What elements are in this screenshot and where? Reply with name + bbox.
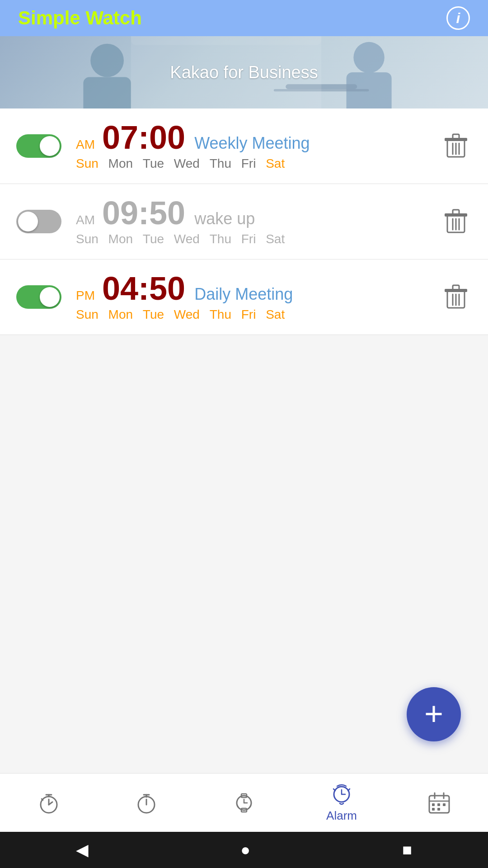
alarm-time-row-2: 09:50 wake up (102, 197, 255, 229)
alarm-item: PM 04:50 Daily Meeting Sun Mon Tue Wed T… (0, 259, 488, 335)
recents-button[interactable]: ■ (402, 840, 412, 859)
plus-icon: + (424, 697, 443, 730)
day-mon-3: Mon (108, 307, 133, 321)
alarm-toggle-1[interactable] (16, 134, 61, 158)
svg-rect-54 (437, 808, 440, 811)
day-fri-3: Fri (241, 307, 256, 321)
toggle-switch-3[interactable] (16, 285, 61, 309)
alarm-label-3: Daily Meeting (194, 285, 293, 304)
info-button[interactable]: i (446, 6, 470, 30)
android-navigation-bar: ◀ ● ■ (0, 832, 488, 868)
toggle-knob-1 (40, 136, 60, 156)
calendar-icon (427, 791, 451, 815)
day-thu-2: Thu (210, 232, 231, 246)
alarm-info-1: AM 07:00 Weekly Meeting Sun Mon Tue Wed … (76, 121, 440, 171)
home-button[interactable]: ● (240, 840, 250, 859)
toggle-switch-2[interactable] (16, 210, 61, 233)
day-wed-3: Wed (174, 307, 200, 321)
toggle-switch-1[interactable] (16, 134, 61, 158)
day-sun-3: Sun (76, 307, 99, 321)
day-thu-3: Thu (210, 307, 231, 321)
nav-item-watch[interactable] (203, 791, 285, 815)
alarm-info-3: PM 04:50 Daily Meeting Sun Mon Tue Wed T… (76, 272, 440, 322)
alarm-time-row-1: 07:00 Weekly Meeting (102, 121, 310, 154)
day-mon-1: Mon (108, 156, 133, 170)
svg-rect-7 (131, 36, 321, 45)
day-tue-2: Tue (143, 232, 164, 246)
alarm-days-1: Sun Mon Tue Wed Thu Fri Sat (76, 156, 440, 171)
delete-button-1[interactable] (440, 130, 472, 162)
nav-item-calendar[interactable] (399, 791, 480, 815)
empty-area (0, 335, 488, 742)
timer-icon (37, 791, 61, 815)
nav-item-stopwatch[interactable] (106, 791, 187, 815)
header: Simple Watch i (0, 0, 488, 36)
toggle-knob-2 (18, 212, 38, 231)
alarm-toggle-2[interactable] (16, 210, 61, 233)
day-wed-2: Wed (174, 232, 200, 246)
alarm-time-3: 04:50 (102, 272, 185, 305)
alarm-item: AM 09:50 wake up Sun Mon Tue Wed Thu Fri… (0, 184, 488, 259)
nav-label-alarm: Alarm (326, 809, 357, 823)
stopwatch-icon (135, 791, 158, 815)
day-wed-1: Wed (174, 156, 200, 170)
banner: Kakao for Business (0, 36, 488, 108)
alarm-icon (330, 783, 353, 806)
day-tue-3: Tue (143, 307, 164, 321)
nav-item-timer[interactable] (8, 791, 89, 815)
day-thu-1: Thu (210, 156, 231, 170)
svg-line-45 (348, 789, 350, 791)
alarm-info-2: AM 09:50 wake up Sun Mon Tue Wed Thu Fri… (76, 197, 440, 246)
day-tue-1: Tue (143, 156, 164, 170)
svg-rect-53 (432, 808, 435, 811)
svg-rect-51 (437, 803, 440, 806)
add-alarm-button[interactable]: + (407, 687, 461, 741)
day-sun-1: Sun (76, 156, 99, 170)
delete-button-3[interactable] (440, 281, 472, 313)
back-button[interactable]: ◀ (76, 840, 89, 859)
svg-line-44 (333, 789, 335, 791)
alarm-time-2: 09:50 (102, 197, 185, 229)
alarm-time-row-3: 04:50 Daily Meeting (102, 272, 293, 305)
svg-point-2 (353, 42, 384, 73)
alarm-toggle-3[interactable] (16, 285, 61, 309)
alarm-period-1: AM (76, 137, 95, 152)
day-fri-2: Fri (241, 232, 256, 246)
alarm-item: AM 07:00 Weekly Meeting Sun Mon Tue Wed … (0, 108, 488, 184)
alarm-period-2: AM (76, 213, 95, 227)
svg-rect-50 (432, 803, 435, 806)
alarm-days-3: Sun Mon Tue Wed Thu Fri Sat (76, 307, 440, 322)
bottom-navigation: Alarm (0, 773, 488, 832)
alarm-time-1: 07:00 (102, 121, 185, 154)
day-mon-2: Mon (108, 232, 133, 246)
day-fri-1: Fri (241, 156, 256, 170)
alarm-list: AM 07:00 Weekly Meeting Sun Mon Tue Wed … (0, 108, 488, 335)
alarm-label-2: wake up (194, 209, 255, 228)
app-title: Simple Watch (18, 7, 142, 29)
svg-point-0 (90, 44, 124, 77)
watch-icon (232, 791, 256, 815)
day-sat-2: Sat (266, 232, 285, 246)
svg-rect-22 (453, 285, 459, 290)
day-sat-3: Sat (266, 307, 285, 321)
alarm-label-1: Weekly Meeting (194, 134, 310, 153)
banner-text: Kakao for Business (170, 63, 318, 82)
day-sun-2: Sun (76, 232, 99, 246)
day-sat-1: Sat (266, 156, 285, 170)
svg-rect-52 (443, 803, 446, 806)
delete-button-2[interactable] (440, 206, 472, 237)
svg-rect-16 (453, 210, 459, 214)
nav-item-alarm[interactable]: Alarm (301, 783, 382, 823)
toggle-knob-3 (40, 287, 60, 307)
alarm-days-2: Sun Mon Tue Wed Thu Fri Sat (76, 232, 440, 246)
svg-rect-10 (453, 134, 459, 139)
alarm-period-3: PM (76, 288, 95, 303)
svg-rect-1 (83, 77, 131, 108)
